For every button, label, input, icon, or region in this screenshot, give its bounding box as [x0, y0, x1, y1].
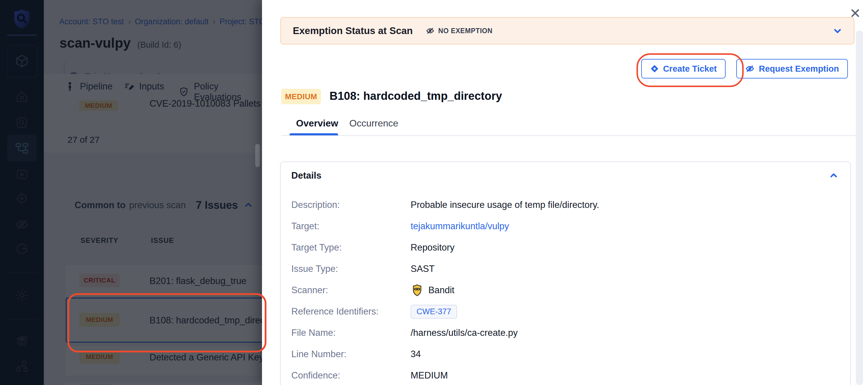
- annotation-ring-selected-issue: [67, 293, 267, 352]
- exemption-banner-title: Exemption Status at Scan: [293, 25, 413, 36]
- field-value: 34: [411, 349, 421, 359]
- issue-title: B108: hardcoded_tmp_directory: [330, 90, 502, 102]
- exemption-status-badge: NO EXEMPTION: [426, 26, 493, 35]
- drawer-resize-handle[interactable]: [255, 144, 260, 167]
- field-scanner: Scanner: Bandit: [291, 283, 455, 298]
- field-label: Line Number:: [291, 349, 411, 359]
- request-exemption-label: Request Exemption: [759, 64, 839, 74]
- field-label: Description:: [291, 200, 411, 210]
- field-description: Description: Probable insecure usage of …: [291, 198, 599, 212]
- field-value: /harness/utils/ca-create.py: [411, 328, 518, 338]
- field-label: Scanner:: [291, 285, 411, 296]
- bandit-scanner-icon: [411, 284, 424, 297]
- field-line-number: Line Number: 34: [291, 347, 421, 362]
- field-label: Issue Type:: [291, 264, 411, 274]
- tab-overview[interactable]: Overview: [296, 118, 338, 129]
- field-reference-identifiers: Reference Identifiers: CWE-377: [291, 304, 457, 319]
- annotation-ring-create-ticket: [637, 53, 744, 87]
- scanner-name: Bandit: [428, 285, 455, 296]
- field-issue-type: Issue Type: SAST: [291, 262, 435, 276]
- field-confidence: Confidence: MEDIUM: [291, 368, 448, 383]
- field-value: MEDIUM: [411, 370, 448, 381]
- field-target-type: Target Type: Repository: [291, 240, 455, 255]
- tab-divider-line: [281, 135, 856, 136]
- drawer-scrollbar[interactable]: [856, 30, 863, 385]
- chevron-up-icon[interactable]: [828, 170, 840, 181]
- exemption-status-text: NO EXEMPTION: [438, 27, 493, 35]
- details-card: Details Description: Probable insecure u…: [280, 161, 851, 385]
- cwe-chip[interactable]: CWE-377: [411, 305, 457, 319]
- field-value: Probable insecure usage of temp file/dir…: [411, 200, 599, 210]
- field-value: Repository: [411, 242, 455, 253]
- eye-off-icon: [745, 64, 755, 73]
- details-card-title: Details: [291, 170, 321, 181]
- issue-severity-badge: MEDIUM: [281, 89, 321, 104]
- tab-occurrence[interactable]: Occurrence: [349, 118, 398, 129]
- field-target: Target: tejakummarikuntla/vulpy: [291, 219, 509, 234]
- chevron-down-icon[interactable]: [831, 25, 844, 37]
- field-file-name: File Name: /harness/utils/ca-create.py: [291, 325, 518, 340]
- field-value: SAST: [411, 264, 435, 274]
- request-exemption-button[interactable]: Request Exemption: [736, 59, 848, 79]
- eye-off-icon: [426, 26, 435, 35]
- field-label: Confidence:: [291, 370, 411, 381]
- app-window: Account: STO test › Organization: defaul…: [0, 0, 868, 385]
- exemption-status-banner[interactable]: Exemption Status at Scan NO EXEMPTION: [280, 17, 855, 45]
- field-label: File Name:: [291, 328, 411, 338]
- target-link[interactable]: tejakummarikuntla/vulpy: [411, 221, 509, 232]
- field-label: Reference Identifiers:: [291, 306, 411, 317]
- field-label: Target Type:: [291, 242, 411, 253]
- issue-details-drawer: ✕ Exemption Status at Scan NO EXEMPTION …: [262, 0, 868, 385]
- field-label: Target:: [291, 221, 411, 232]
